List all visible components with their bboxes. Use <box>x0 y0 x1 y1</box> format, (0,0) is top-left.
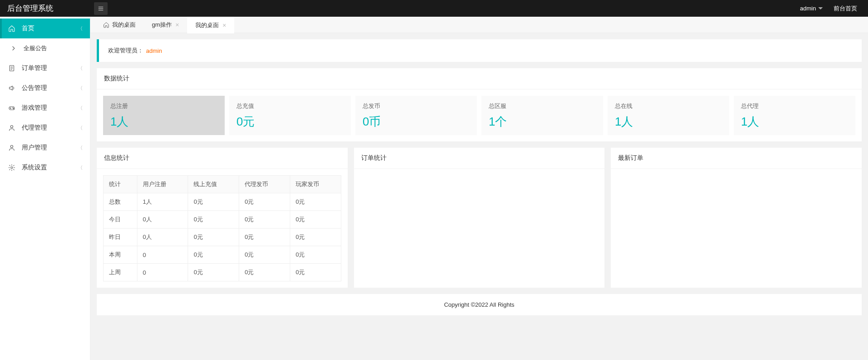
svg-point-12 <box>10 126 13 128</box>
tab-1[interactable]: gm操作× <box>144 17 187 33</box>
footer: Copyright ©2022 All Rights <box>97 294 862 315</box>
front-page-link[interactable]: 前台首页 <box>834 5 857 13</box>
sidebar-item-2[interactable]: 订单管理 〈 <box>0 58 90 78</box>
sidebar-item-label: 代理管理 <box>22 124 47 132</box>
sidebar-item-label: 公告管理 <box>22 84 47 92</box>
topbar-right: admin 前台首页 <box>800 5 868 13</box>
table-row: 本周00元0元0元 <box>104 246 341 264</box>
table-cell: 0元 <box>239 211 290 229</box>
stat-card-label: 总注册 <box>110 102 217 110</box>
stats-cards: 总注册 1人总充值 0元总发币 0币总区服 1个总在线 1人总代理 1人 <box>103 96 855 135</box>
sidebar-item-label: 全服公告 <box>24 44 47 52</box>
topbar: 后台管理系统 admin 前台首页 <box>0 0 868 17</box>
sidebar-item-3[interactable]: 公告管理 〈 <box>0 78 90 98</box>
home-icon <box>7 25 16 32</box>
tab-2[interactable]: 我的桌面× <box>187 17 234 33</box>
table-cell: 0元 <box>239 193 290 211</box>
table-row: 昨日0人0元0元0元 <box>104 229 341 246</box>
table-cell: 今日 <box>104 211 137 229</box>
table-cell: 0元 <box>290 193 341 211</box>
tab-0[interactable]: 我的桌面 <box>95 17 144 33</box>
content: 欢迎管理员： admin 数据统计 总注册 1人总充值 0元总发币 0币总区服 … <box>90 33 868 322</box>
table-cell: 0元 <box>290 211 341 229</box>
chevron-left-icon: 〈 <box>78 65 83 72</box>
chevron-left-icon: 〈 <box>78 164 83 171</box>
svg-point-10 <box>13 108 13 108</box>
sidebar-item-0[interactable]: 首页 〈 <box>0 19 90 38</box>
table-cell: 1人 <box>137 193 188 211</box>
sidebar-item-5[interactable]: 代理管理 〈 <box>0 118 90 138</box>
table-cell: 0元 <box>239 229 290 246</box>
sidebar-item-4[interactable]: 游戏管理 〈 <box>0 98 90 118</box>
stat-card-value: 1人 <box>741 114 848 130</box>
user-icon <box>7 144 16 151</box>
table-header: 线上充值 <box>188 176 239 193</box>
info-table: 统计用户注册线上充值代理发币玩家发币总数1人0元0元0元今日0人0元0元0元昨日… <box>103 175 341 281</box>
sidebar-item-label: 系统设置 <box>22 164 47 172</box>
table-header-row: 统计用户注册线上充值代理发币玩家发币 <box>104 176 341 193</box>
welcome-banner: 欢迎管理员： admin <box>97 39 862 62</box>
stat-card-value: 0元 <box>236 114 344 130</box>
chevron-left-icon: 〈 <box>78 25 83 32</box>
table-row: 今日0人0元0元0元 <box>104 211 341 229</box>
info-panel: 信息统计 统计用户注册线上充值代理发币玩家发币总数1人0元0元0元今日0人0元0… <box>97 148 348 288</box>
sidebar: 首页 〈 全服公告 订单管理 〈 公告管理 〈 游戏管理 〈 代理管理 〈 用户… <box>0 17 90 360</box>
stat-card-0: 总注册 1人 <box>103 96 225 135</box>
welcome-prefix: 欢迎管理员： <box>108 47 143 55</box>
sidebar-item-label: 订单管理 <box>22 64 47 72</box>
chevron-left-icon: 〈 <box>78 125 83 131</box>
latest-order-panel: 最新订单 <box>611 148 862 288</box>
info-panel-title: 信息统计 <box>97 148 348 169</box>
table-cell: 0元 <box>188 211 239 229</box>
doc-icon <box>7 65 16 72</box>
close-icon[interactable]: × <box>222 22 226 29</box>
sidebar-item-label: 游戏管理 <box>22 104 47 112</box>
sidebar-item-1[interactable]: 全服公告 <box>0 38 90 58</box>
user-menu[interactable]: admin <box>800 5 823 12</box>
latest-order-title: 最新订单 <box>611 148 862 169</box>
order-stats-panel: 订单统计 <box>354 148 605 288</box>
table-row: 上周00元0元0元 <box>104 264 341 281</box>
app-title: 后台管理系统 <box>0 3 90 14</box>
user-icon <box>7 124 16 131</box>
sidebar-item-label: 用户管理 <box>22 144 47 152</box>
table-cell: 0元 <box>290 264 341 281</box>
svg-point-14 <box>11 167 13 168</box>
tab-label: 我的桌面 <box>195 21 219 29</box>
user-name: admin <box>800 5 816 12</box>
table-header: 代理发币 <box>239 176 290 193</box>
stat-card-label: 总区服 <box>489 102 596 110</box>
sidebar-item-7[interactable]: 系统设置 〈 <box>0 158 90 178</box>
menu-toggle-button[interactable] <box>94 2 108 15</box>
stat-card-value: 0币 <box>363 114 470 130</box>
table-cell: 0元 <box>290 229 341 246</box>
main: 我的桌面gm操作×我的桌面× 欢迎管理员： admin 数据统计 总注册 1人总… <box>90 17 868 360</box>
svg-point-13 <box>10 145 13 148</box>
table-cell: 0 <box>137 246 188 264</box>
stat-card-label: 总代理 <box>741 102 848 110</box>
table-cell: 0元 <box>290 246 341 264</box>
tab-label: gm操作 <box>152 21 172 29</box>
sidebar-item-6[interactable]: 用户管理 〈 <box>0 138 90 158</box>
stat-card-3: 总区服 1个 <box>481 96 603 135</box>
table-cell: 0元 <box>188 246 239 264</box>
stat-card-2: 总发币 0币 <box>355 96 477 135</box>
tabs: 我的桌面gm操作×我的桌面× <box>90 17 868 33</box>
stat-card-value: 1人 <box>615 114 722 130</box>
chev-right-icon <box>9 45 18 52</box>
order-stats-title: 订单统计 <box>354 148 605 169</box>
table-cell: 0人 <box>137 229 188 246</box>
table-cell: 上周 <box>104 264 137 281</box>
chevron-left-icon: 〈 <box>78 105 83 112</box>
sidebar-item-label: 首页 <box>22 24 34 33</box>
gear-icon <box>7 164 16 171</box>
table-header: 用户注册 <box>137 176 188 193</box>
chevron-left-icon: 〈 <box>78 85 83 92</box>
stat-card-value: 1个 <box>489 114 596 130</box>
close-icon[interactable]: × <box>175 21 179 28</box>
hamburger-icon <box>98 5 104 12</box>
tab-label: 我的桌面 <box>112 21 136 29</box>
table-header: 玩家发币 <box>290 176 341 193</box>
stat-card-label: 总充值 <box>236 102 344 110</box>
chevron-left-icon: 〈 <box>78 145 83 151</box>
